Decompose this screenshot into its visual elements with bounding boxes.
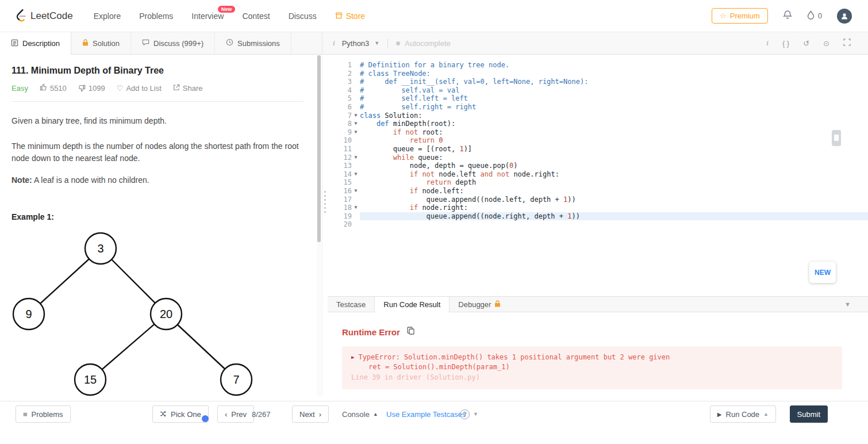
help-button[interactable]: ? ▼ bbox=[460, 405, 478, 423]
code-line[interactable]: 2# class TreeNode: bbox=[328, 70, 868, 78]
nav-item-problems[interactable]: Problems bbox=[139, 12, 173, 21]
pick-one-button[interactable]: Pick One bbox=[152, 405, 209, 423]
code-line[interactable]: 13 node, depth = queue.pop(0) bbox=[328, 162, 868, 170]
drag-dots-icon bbox=[324, 191, 326, 213]
tab-debugger[interactable]: Debugger bbox=[450, 297, 509, 312]
code-line[interactable]: 3# def __init__(self, val=0, left=None, … bbox=[328, 78, 868, 86]
code-line[interactable]: 11 queue = [(root, 1)] bbox=[328, 145, 868, 154]
code-line[interactable]: 20 bbox=[328, 220, 868, 229]
tab-testcase[interactable]: Testcase bbox=[328, 297, 374, 312]
nav-menu: ExploreProblemsInterviewNewContestDiscus… bbox=[94, 12, 365, 21]
line-number: 8 bbox=[328, 120, 352, 128]
fold-arrow-icon[interactable]: ▼ bbox=[352, 128, 360, 137]
thumbs-up-icon bbox=[40, 83, 47, 93]
like-button[interactable]: 5510 bbox=[40, 83, 67, 93]
code-line[interactable]: 14▼ if not node.left and not node.right: bbox=[328, 170, 868, 179]
tree-node-value: 3 bbox=[97, 242, 103, 255]
problem-scrollbar[interactable] bbox=[317, 55, 321, 396]
shuffle-icon bbox=[160, 410, 167, 419]
fold-arrow-icon[interactable]: ▼ bbox=[352, 154, 360, 162]
notifications-bell-icon[interactable] bbox=[783, 10, 792, 22]
scrollbar-thumb[interactable] bbox=[317, 55, 321, 242]
next-button[interactable]: Next › bbox=[292, 405, 329, 423]
tab-solution[interactable]: Solution bbox=[71, 32, 131, 54]
line-number: 16 bbox=[328, 187, 352, 196]
line-number: 7 bbox=[328, 112, 352, 120]
settings-icon[interactable]: ⊙ bbox=[823, 39, 829, 48]
language-selector[interactable]: Python3 ▼ bbox=[342, 39, 380, 48]
tree-diagram: 3920157 bbox=[11, 232, 282, 396]
floating-doc-icon[interactable] bbox=[832, 130, 841, 146]
add-to-list-button[interactable]: ♡ Add to List bbox=[117, 84, 162, 93]
code-line[interactable]: 7▼class Solution: bbox=[328, 112, 868, 120]
leetcode-logo[interactable]: LeetCode bbox=[14, 7, 73, 25]
code-line[interactable]: 1# Definition for a binary tree node. bbox=[328, 61, 868, 70]
premium-button[interactable]: ☆ Premium bbox=[712, 8, 768, 24]
code-editor[interactable]: 1# Definition for a binary tree node.2# … bbox=[328, 55, 868, 296]
problem-note: Note: A leaf is a node with no children. bbox=[11, 175, 304, 185]
tab-submissions[interactable]: Submissions bbox=[215, 32, 291, 54]
use-example-testcases-link[interactable]: Use Example Testcases bbox=[386, 405, 466, 423]
autocomplete-toggle[interactable]: Autocomplete bbox=[396, 39, 451, 48]
fold-arrow-icon[interactable]: ▼ bbox=[352, 170, 360, 179]
problem-title: 111. Minimum Depth of Binary Tree bbox=[11, 66, 304, 76]
fold-arrow-icon[interactable]: ▼ bbox=[352, 204, 360, 212]
leetcode-logo-icon bbox=[14, 7, 26, 25]
streak-counter[interactable]: 0 bbox=[807, 10, 822, 21]
copy-icon[interactable] bbox=[407, 327, 414, 337]
code-line[interactable]: 8▼ def minDepth(root): bbox=[328, 120, 868, 128]
star-icon: ☆ bbox=[720, 12, 727, 20]
code-line[interactable]: 9▼ if not root: bbox=[328, 128, 868, 137]
reset-code-icon[interactable]: ↺ bbox=[803, 39, 809, 48]
fold-arrow-icon[interactable]: ▼ bbox=[352, 120, 360, 128]
nav-item-interview[interactable]: InterviewNew bbox=[191, 12, 224, 21]
fold-arrow-icon[interactable]: ▼ bbox=[352, 112, 360, 120]
submit-button[interactable]: Submit bbox=[790, 405, 828, 423]
problem-meta: Easy 5510 1099 bbox=[11, 83, 304, 93]
error-location: Line 39 in driver (Solution.py) bbox=[351, 373, 833, 382]
chevron-up-icon: ▲ bbox=[763, 411, 769, 417]
share-button[interactable]: Share bbox=[173, 84, 203, 93]
code-line[interactable]: 12▼ while queue: bbox=[328, 154, 868, 162]
line-number: 9 bbox=[328, 128, 352, 137]
problem-description: Given a binary tree, find its minimum de… bbox=[11, 115, 304, 127]
panel-resize-handle[interactable] bbox=[322, 55, 328, 396]
nav-item-store[interactable]: Store bbox=[335, 12, 365, 21]
collapse-console-icon[interactable]: ▼ bbox=[844, 297, 868, 312]
nav-item-contest[interactable]: Contest bbox=[242, 12, 270, 21]
fold-arrow-icon[interactable]: ▼ bbox=[352, 187, 360, 196]
chevron-right-icon: › bbox=[319, 410, 321, 419]
tab-description[interactable]: Description bbox=[0, 32, 71, 55]
braces-icon[interactable]: { } bbox=[782, 39, 789, 48]
run-code-button[interactable]: ▶ Run Code ▲ bbox=[710, 405, 776, 423]
info-icon[interactable]: i bbox=[766, 39, 769, 48]
nav-item-explore[interactable]: Explore bbox=[94, 12, 121, 21]
code-line[interactable]: 6# self.right = right bbox=[328, 103, 868, 112]
error-box: ▶ TypeError: Solution.minDepth() takes 1… bbox=[342, 346, 842, 389]
code-line[interactable]: 5# self.left = left bbox=[328, 94, 868, 103]
prev-button[interactable]: ‹ Prev bbox=[217, 405, 254, 423]
console-toggle[interactable]: Console ▲ bbox=[342, 405, 378, 423]
error-message[interactable]: ▶ TypeError: Solution.minDepth() takes 1… bbox=[351, 353, 833, 362]
new-feature-button[interactable]: NEW bbox=[809, 262, 836, 283]
code-line[interactable]: 10 return 0 bbox=[328, 136, 868, 145]
code-line[interactable]: 15 return depth bbox=[328, 178, 868, 187]
dislike-button[interactable]: 1099 bbox=[78, 84, 105, 93]
user-avatar[interactable] bbox=[837, 9, 852, 24]
fullscreen-icon[interactable] bbox=[843, 39, 851, 48]
tree-node-value: 7 bbox=[233, 373, 239, 386]
run-result-header: Runtime Error bbox=[342, 327, 868, 337]
problems-list-button[interactable]: ≡ Problems bbox=[16, 405, 71, 423]
code-line[interactable]: 16▼ if node.left: bbox=[328, 187, 868, 196]
code-line[interactable]: 18▼ if node.right: bbox=[328, 204, 868, 212]
tab-discuss[interactable]: Discuss (999+) bbox=[131, 32, 215, 54]
code-line[interactable]: 4# self.val = val bbox=[328, 86, 868, 95]
code-line[interactable]: 17 queue.append((node.left, depth + 1)) bbox=[328, 196, 868, 204]
nav-item-discuss[interactable]: Discuss bbox=[289, 12, 317, 21]
tree-node-value: 20 bbox=[160, 308, 172, 320]
streak-droplet-icon bbox=[807, 10, 815, 21]
tab-run-code-result[interactable]: Run Code Result bbox=[374, 297, 450, 312]
code-line[interactable]: 19 queue.append((node.right, depth + 1)) bbox=[328, 212, 868, 221]
chevron-left-icon: ‹ bbox=[225, 410, 227, 419]
language-info-icon[interactable]: i bbox=[333, 39, 335, 48]
